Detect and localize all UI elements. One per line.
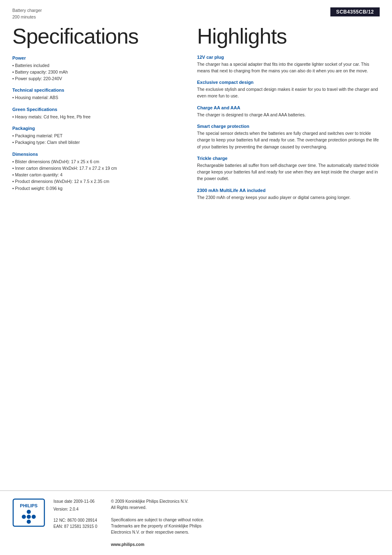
- spec-section-title-4: Dimensions: [12, 152, 181, 157]
- highlight-item-4: Trickle chargeRechargeable batteries all…: [197, 156, 380, 182]
- highlights-title: Highlights: [197, 25, 380, 48]
- issue-date: Issue date 2009-11-06: [53, 498, 103, 504]
- highlight-text-0: The charger has a special adapter that f…: [197, 61, 380, 74]
- svg-point-5: [22, 515, 26, 519]
- highlight-title-0: 12V car plug: [197, 55, 380, 60]
- spec-section-0: PowerBatteries includedBattery capacity:…: [12, 56, 181, 82]
- product-sub: 200 minutes: [12, 14, 42, 21]
- footer-meta: Issue date 2009-11-06 Version: 2.0.4 12 …: [53, 498, 103, 530]
- svg-point-6: [27, 515, 31, 519]
- spec-section-title-2: Green Specifications: [12, 107, 181, 112]
- spec-item-1-0: Housing material: ABS: [12, 94, 181, 101]
- spec-item-2-0: Heavy metals: Cd free, Hg free, Pb free: [12, 113, 181, 120]
- spec-section-4: DimensionsBlister dimensions (WxDxH): 17…: [12, 152, 181, 192]
- right-column: Highlights 12V car plugThe charger has a…: [193, 25, 380, 206]
- svg-point-2: [27, 510, 31, 514]
- highlight-title-1: Exclusive compact design: [197, 80, 380, 85]
- highlight-text-2: The charger is designed to charge AA and…: [197, 111, 380, 118]
- version: Version: 2.0.4: [53, 506, 103, 512]
- highlight-text-5: The 2300 mAh of energy keeps your audio …: [197, 194, 380, 201]
- spec-item-4-4: Product weight: 0.096 kg: [12, 185, 181, 192]
- nc-ean: 12 NC: 8670 000 28914EAN: 87 12581 32915…: [53, 517, 103, 530]
- spec-item-3-0: Packaging material: PET: [12, 132, 181, 139]
- svg-text:PHILIPS: PHILIPS: [20, 503, 38, 508]
- highlight-title-5: 2300 mAh MultiLife AA included: [197, 188, 380, 193]
- highlight-item-3: Smart charge protectionThe special senso…: [197, 124, 380, 150]
- highlight-item-0: 12V car plugThe charger has a special ad…: [197, 55, 380, 74]
- website: www.philips.com: [111, 541, 380, 548]
- svg-point-4: [27, 520, 31, 524]
- spec-item-4-3: Product dimensions (WxDxH): 12 x 7.5 x 2…: [12, 178, 181, 185]
- highlight-title-2: Charge AA and AAA: [197, 105, 380, 110]
- spec-section-1: Technical specificationsHousing material…: [12, 88, 181, 101]
- spec-item-0-0: Batteries included: [12, 62, 181, 69]
- spec-item-4-1: Inner carton dimensions WxDxH: 17.7 x 27…: [12, 165, 181, 171]
- highlight-title-4: Trickle charge: [197, 156, 380, 161]
- svg-point-3: [32, 515, 36, 519]
- highlight-text-3: The special sensor detects when the batt…: [197, 130, 380, 150]
- spec-item-4-2: Master carton quantity: 4: [12, 171, 181, 178]
- highlight-item-5: 2300 mAh MultiLife AA includedThe 2300 m…: [197, 188, 380, 201]
- product-info: Battery charger 200 minutes: [12, 7, 42, 21]
- page: Battery charger 200 minutes SCB4355CB/12…: [0, 0, 392, 555]
- main-content: Specifications PowerBatteries includedBa…: [0, 21, 392, 206]
- spec-section-3: PackagingPackaging material: PETPackagin…: [12, 126, 181, 146]
- model-badge: SCB4355CB/12: [330, 7, 380, 16]
- spec-section-title-0: Power: [12, 56, 181, 60]
- legal-text: Specifications are subject to change wit…: [111, 517, 380, 535]
- highlight-text-1: The exclusive stylish and compact design…: [197, 86, 380, 99]
- footer-legal: © 2009 Koninklijke Philips Electronics N…: [111, 498, 380, 548]
- specs-title: Specifications: [12, 25, 181, 48]
- left-column: Specifications PowerBatteries includedBa…: [12, 25, 185, 206]
- header: Battery charger 200 minutes SCB4355CB/12: [0, 0, 392, 21]
- philips-logo: PHILIPS: [12, 498, 45, 527]
- highlight-title-3: Smart charge protection: [197, 124, 380, 129]
- highlight-item-1: Exclusive compact designThe exclusive st…: [197, 80, 380, 99]
- footer: PHILIPS Issue date 2009-11-06 Version: 2…: [0, 490, 392, 555]
- highlight-text-4: Rechargeable batteries all suffer from s…: [197, 162, 380, 182]
- product-type: Battery charger: [12, 7, 42, 14]
- spec-item-0-2: Power supply: 220-240V: [12, 75, 181, 82]
- spec-item-0-1: Battery capacity: 2300 mAh: [12, 69, 181, 75]
- copyright: © 2009 Koninklijke Philips Electronics N…: [111, 498, 380, 511]
- spec-item-4-0: Blister dimensions (WxDxH): 17 x 25 x 6 …: [12, 158, 181, 165]
- spec-section-title-3: Packaging: [12, 126, 181, 131]
- spec-section-2: Green SpecificationsHeavy metals: Cd fre…: [12, 107, 181, 120]
- highlight-items: 12V car plugThe charger has a special ad…: [197, 55, 380, 201]
- spec-sections: PowerBatteries includedBattery capacity:…: [12, 56, 181, 192]
- highlight-item-2: Charge AA and AAAThe charger is designed…: [197, 105, 380, 118]
- spec-item-3-1: Packaging type: Clam shell blister: [12, 139, 181, 146]
- spec-section-title-1: Technical specifications: [12, 88, 181, 92]
